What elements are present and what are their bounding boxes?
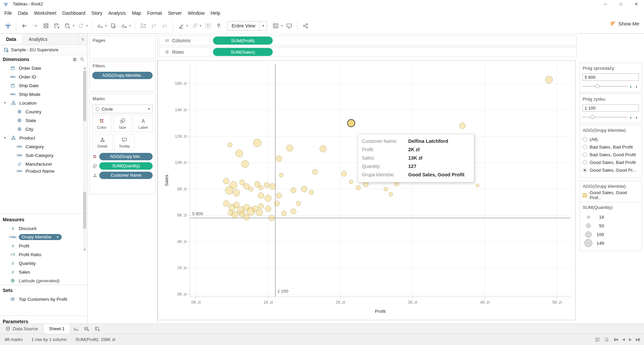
color-legend-item[interactable]: Good Sales, Good Prof.. (583, 191, 639, 199)
rows-shelf[interactable]: Rows SUM(Sales) (159, 47, 577, 57)
chevron-down-icon[interactable]: ▼ (72, 24, 75, 27)
filter-option[interactable]: Bad Sales, Bad Profit (583, 143, 639, 151)
dimension-ship-mode[interactable]: AbcShip Mode (0, 90, 87, 99)
dimension-category[interactable]: AbcCategory (0, 142, 87, 151)
dimension-city[interactable]: City (0, 125, 87, 133)
menu-item-format[interactable]: Format (144, 8, 165, 18)
chevron-down-icon[interactable]: ▼ (199, 24, 202, 27)
measure-discount[interactable]: #Discount (0, 224, 83, 233)
chevron-down-icon[interactable]: ▼ (86, 24, 89, 27)
dimension-ship-date[interactable]: Ship Date (0, 81, 87, 90)
sheet-nav-icon[interactable]: ◀ (622, 337, 624, 342)
filter-option[interactable]: Good Sales, Bad Profit (583, 159, 639, 166)
menu-item-worksheet[interactable]: Worksheet (31, 8, 59, 18)
slider-thumb[interactable] (595, 84, 599, 88)
chevron-expanded-icon[interactable]: ▼ (3, 101, 7, 105)
slider-thumb[interactable] (590, 115, 594, 119)
minimize-button[interactable]: ─ (598, 0, 613, 8)
dimension-manufacturer[interactable]: Manufacturer (0, 160, 87, 168)
marks-size-button[interactable]: Size (113, 115, 132, 132)
parameter-slider[interactable] (583, 117, 628, 118)
filter-option[interactable]: Good Sales, Good Pr... (583, 166, 639, 174)
show-cards-icon[interactable] (271, 21, 280, 31)
new-worksheet-button[interactable] (70, 324, 81, 334)
slider-increment-button[interactable]: › (634, 84, 639, 89)
dimension-sub-category[interactable]: AbcSub-Category (0, 151, 87, 160)
scroll-thumb[interactable] (83, 192, 86, 229)
filters-card[interactable]: Filters AGG(Grupy klientów.. (89, 61, 156, 92)
measure-profit[interactable]: #Profit (0, 241, 83, 250)
scrollbar[interactable]: ▼ (83, 190, 87, 251)
shelf-pill[interactable]: SUM(Sales) (213, 48, 273, 56)
sheet-nav-icon[interactable]: ▮◀ (614, 337, 618, 342)
measure-latitude-generated-[interactable]: Latitude (generated) (0, 276, 83, 285)
menu-item-help[interactable]: Help (208, 8, 223, 18)
chevron-down-icon[interactable]: ▼ (259, 21, 267, 30)
chevron-down-icon[interactable]: ▼ (129, 24, 132, 27)
parameter-slider[interactable] (583, 86, 628, 87)
attach-icon[interactable] (190, 21, 199, 31)
dimension-product[interactable]: ▼Product (0, 133, 87, 142)
radio-icon[interactable] (583, 168, 587, 172)
mark-pill[interactable]: Customer Name (99, 172, 153, 179)
slider-decrement-button[interactable]: ‹ (628, 84, 633, 89)
dimension-state[interactable]: State (0, 116, 87, 125)
parameter-card-sales-threshold[interactable]: Próg sprzedaży:5 800‹› (580, 63, 642, 93)
slider-increment-button[interactable]: › (634, 115, 639, 120)
add-data-icon[interactable] (52, 21, 61, 31)
mark-pill[interactable]: SUM(Quantity) (99, 162, 153, 170)
menu-item-story[interactable]: Story (88, 8, 105, 18)
datasource-row[interactable]: Sample - EU Superstore (0, 45, 87, 55)
selected-field-pill[interactable]: Grupy klientów▼ (19, 234, 62, 240)
swap-icon[interactable] (139, 21, 148, 31)
view-as-grid-icon[interactable] (72, 57, 77, 62)
chevron-down-icon[interactable]: ▼ (146, 107, 152, 111)
parameter-value-input[interactable]: 1 100 (583, 104, 639, 112)
mark-pill[interactable]: AGG(Grupy klie.. (99, 153, 153, 160)
back-icon[interactable] (20, 21, 29, 31)
columns-shelf[interactable]: Columns SUM(Profit) (159, 36, 577, 46)
measure-grupy-klientów[interactable]: =AbcGrupy klientów▼ (0, 233, 83, 241)
new-dashboard-button[interactable] (81, 324, 92, 334)
radio-icon[interactable] (583, 153, 587, 157)
pin-icon[interactable] (214, 21, 223, 31)
menu-item-dashboard[interactable]: Dashboard (59, 8, 89, 18)
chevron-down-icon[interactable]: ▼ (56, 235, 59, 239)
pause-updates-icon[interactable] (63, 21, 72, 31)
size-legend-card[interactable]: SUM(Quantity)1850100149 (580, 202, 642, 251)
highlight-icon[interactable] (176, 21, 186, 31)
chevron-down-icon[interactable]: ▼ (105, 24, 108, 27)
sheet-nav-icon[interactable]: ▶ (629, 337, 631, 342)
share-icon[interactable] (301, 21, 310, 31)
slider-decrement-button[interactable]: ‹ (628, 115, 633, 120)
radio-icon[interactable] (583, 145, 587, 149)
menu-item-map[interactable]: Map (129, 8, 144, 18)
scroll-down-icon[interactable]: ▼ (83, 247, 87, 251)
measure-sales[interactable]: #Sales (0, 268, 83, 276)
dimension-order-date[interactable]: Order Date (0, 64, 87, 72)
show-me-button[interactable]: Show Me (610, 21, 639, 26)
filter-option[interactable]: (All) (583, 135, 639, 143)
sort-asc-icon[interactable] (149, 21, 159, 31)
dimension-order-id[interactable]: AbcOrder ID (0, 72, 87, 81)
measure-profit-ratio[interactable]: =#Profit Ratio (0, 250, 83, 259)
duplicate-icon[interactable] (109, 21, 118, 31)
filmstrip-icon[interactable] (604, 337, 609, 342)
refresh-icon[interactable] (76, 21, 86, 31)
text-label-icon[interactable] (203, 21, 213, 31)
radio-icon[interactable] (583, 160, 587, 165)
maximize-button[interactable]: □ (613, 0, 629, 8)
tab-data[interactable]: Data (0, 34, 22, 45)
fit-view-dropdown[interactable]: Entire View ▼ (227, 21, 267, 31)
search-icon[interactable] (80, 57, 85, 62)
new-worksheet-icon[interactable] (95, 21, 105, 31)
measure-quantity[interactable]: #Quantity (0, 259, 83, 268)
color-legend-card[interactable]: AGG(Grupy klientów)Good Sales, Good Prof… (580, 181, 642, 203)
tableau-logo-icon[interactable] (3, 21, 13, 31)
mark-type-dropdown[interactable]: Circle ▼ (92, 105, 153, 113)
quick-filter-card[interactable]: AGG(Grupy klientów)(All)Bad Sales, Bad P… (580, 125, 642, 178)
parameter-card-profit-threshold[interactable]: Próg zysku:1 100‹› (580, 94, 642, 123)
chart-area[interactable]: 5 8001 1000K zł1K zł2K zł3K zł4K zł5K zł… (158, 60, 576, 320)
sheet-tab-data-source[interactable]: Data Source (0, 324, 43, 334)
chevron-down-icon[interactable]: ▼ (280, 24, 283, 27)
